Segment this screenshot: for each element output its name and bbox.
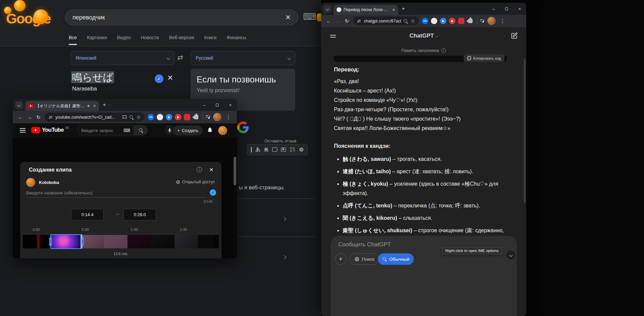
extension-icon[interactable]	[157, 114, 163, 120]
create-button[interactable]: Создать	[173, 126, 203, 135]
clip-title-input[interactable]: Введите название (обязательно)	[26, 190, 93, 195]
expand-section-chevron-icon[interactable]	[283, 254, 286, 260]
tab-web[interactable]: Веб-версия	[169, 35, 194, 45]
ime-input-mode[interactable]: あ	[255, 146, 260, 153]
close-tab-icon[interactable]	[93, 104, 96, 108]
voice-search-icon[interactable]	[317, 13, 321, 21]
browser-tab-youtube[interactable]: 【オリジナル楽曲】粛聖!! ロリ神	[25, 101, 99, 111]
cast-icon[interactable]	[122, 115, 127, 120]
youtube-search-button[interactable]	[134, 125, 148, 135]
info-icon[interactable]	[441, 48, 446, 53]
ime-settings-icon[interactable]	[299, 146, 304, 153]
site-settings-icon[interactable]	[357, 19, 361, 23]
selected-source-text[interactable]: 鳴らせば	[71, 71, 114, 83]
tab-search-chevron-icon[interactable]	[324, 5, 331, 13]
youtube-logo[interactable]: YouTube EE	[31, 127, 69, 133]
close-tab-icon[interactable]	[392, 7, 395, 12]
ime-dictionary-icon[interactable]	[281, 147, 286, 152]
browser-profile-avatar[interactable]	[213, 113, 221, 121]
media-controls-icon[interactable]	[479, 18, 485, 24]
tab-books[interactable]: Книги	[204, 35, 216, 45]
search-query[interactable]: переводчик	[72, 14, 285, 21]
new-tab-icon[interactable]	[402, 5, 405, 12]
ime-conversion-mode[interactable]: 般	[264, 147, 268, 153]
close-window-button[interactable]	[513, 3, 526, 15]
model-selector[interactable]: ChatGPT	[321, 33, 526, 39]
youtube-profile-avatar[interactable]	[218, 126, 227, 135]
back-button[interactable]	[324, 18, 333, 24]
expand-section-chevron-icon[interactable]	[283, 216, 286, 222]
clip-selection-box[interactable]	[50, 234, 83, 249]
extension-icon-blocker[interactable]	[458, 18, 464, 24]
extensions-puzzle-icon[interactable]	[467, 18, 474, 24]
extension-icon-player[interactable]	[166, 114, 172, 120]
ime-kana-toggle[interactable]: かな オフ	[290, 147, 295, 152]
mode-toggle-button[interactable]: Обычный	[378, 253, 414, 265]
keyboard-icon[interactable]	[303, 11, 316, 22]
extension-icon-vk[interactable]: VK	[148, 114, 154, 120]
google-doodle-logo[interactable]: Google	[4, 1, 61, 31]
youtube-menu-icon[interactable]	[20, 130, 26, 131]
tab-videos[interactable]: Видео	[117, 35, 131, 45]
media-controls-icon[interactable]	[205, 114, 211, 120]
extension-icon[interactable]	[431, 18, 437, 24]
dismiss-icon[interactable]	[167, 72, 173, 83]
browser-menu-icon[interactable]	[224, 114, 233, 120]
ime-toolbox-icon[interactable]	[272, 147, 277, 152]
maximize-button[interactable]	[211, 99, 224, 111]
extension-icon-player[interactable]	[440, 18, 446, 24]
tab-finance[interactable]: Финансы	[227, 35, 246, 45]
close-dialog-icon[interactable]	[209, 166, 213, 174]
page-scrollbar[interactable]	[234, 157, 236, 185]
minimize-button[interactable]	[198, 99, 211, 111]
reload-button[interactable]	[34, 114, 43, 120]
attach-button[interactable]	[335, 253, 346, 265]
new-tab-icon[interactable]	[103, 102, 106, 108]
search-bar[interactable]: переводчик	[64, 9, 299, 26]
back-button[interactable]	[16, 114, 25, 120]
address-bar[interactable]: chatgpt.com/c/67acf0c3...	[353, 16, 419, 25]
reload-button[interactable]	[342, 18, 351, 24]
extension-icon-video[interactable]	[175, 114, 181, 120]
extension-icon-vk[interactable]: VK	[422, 18, 428, 24]
extension-icon-blocker[interactable]	[184, 114, 190, 120]
url-text[interactable]: youtube.com/watch?v=Ci_zad...	[55, 115, 119, 120]
clip-start-input[interactable]: 0:14.4	[71, 209, 104, 220]
minimize-button[interactable]	[487, 3, 500, 15]
memory-notice[interactable]: Память заполнена	[321, 48, 526, 53]
zoom-icon[interactable]	[129, 115, 134, 120]
site-settings-icon[interactable]	[48, 115, 53, 120]
confirm-check-icon[interactable]	[155, 74, 163, 83]
forward-button[interactable]	[333, 18, 342, 24]
youtube-search-input[interactable]: Введите запрос	[77, 125, 134, 135]
close-window-button[interactable]	[224, 99, 237, 111]
browser-profile-avatar[interactable]	[487, 17, 496, 25]
search-toggle-button[interactable]: Поиск	[350, 253, 379, 265]
tab-images[interactable]: Картинки	[87, 35, 107, 45]
tab-news[interactable]: Новости	[141, 35, 159, 45]
page-scrollbar[interactable]	[524, 59, 526, 203]
notifications-bell-icon[interactable]	[207, 127, 213, 134]
bookmark-star-icon[interactable]	[410, 18, 415, 24]
tab-all[interactable]: Все	[69, 35, 77, 45]
url-text[interactable]: chatgpt.com/c/67acf0c3...	[364, 19, 401, 23]
browser-menu-icon[interactable]	[498, 18, 507, 24]
tab-search-chevron-icon[interactable]	[15, 101, 23, 109]
forward-button[interactable]	[25, 114, 34, 120]
clear-search-icon[interactable]	[285, 13, 291, 22]
browser-tab-chatgpt[interactable]: Перевод песни Лоли-Бога	[334, 5, 398, 15]
target-language-dropdown[interactable]: Русский	[191, 51, 295, 65]
tab-audio-icon[interactable]	[87, 104, 91, 108]
extension-icon-video[interactable]	[449, 18, 455, 24]
translate-source-text[interactable]: 鳴らせば	[71, 71, 114, 84]
address-bar[interactable]: youtube.com/watch?v=Ci_zad...	[45, 113, 145, 122]
bookmark-star-icon[interactable]	[136, 114, 141, 120]
composer-placeholder[interactable]: Сообщить ChatGPT	[338, 241, 391, 248]
new-chat-icon[interactable]	[511, 32, 518, 41]
swap-languages-icon[interactable]	[177, 54, 183, 62]
selection-handle-left[interactable]	[49, 237, 52, 246]
maximize-button[interactable]	[500, 3, 513, 15]
selection-handle-right[interactable]	[81, 237, 84, 246]
info-icon[interactable]	[197, 167, 202, 172]
source-language-dropdown[interactable]: Японский	[70, 51, 175, 65]
